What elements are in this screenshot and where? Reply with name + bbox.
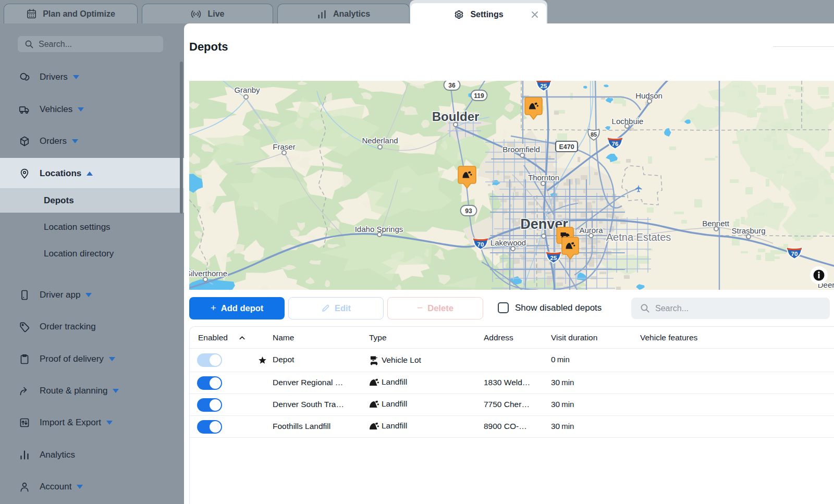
svg-text:119: 119 bbox=[474, 92, 484, 100]
svg-text:Strasburg: Strasburg bbox=[731, 226, 765, 235]
svg-text:36: 36 bbox=[448, 82, 456, 89]
svg-text:Broomfield: Broomfield bbox=[502, 145, 540, 154]
svg-text:Lakewood: Lakewood bbox=[490, 238, 526, 247]
svg-text:70: 70 bbox=[477, 241, 484, 248]
svg-text:85: 85 bbox=[591, 131, 597, 138]
svg-text:25: 25 bbox=[541, 83, 547, 89]
svg-text:Fraser: Fraser bbox=[273, 142, 295, 151]
svg-text:93: 93 bbox=[465, 207, 472, 215]
svg-text:Boulder: Boulder bbox=[432, 109, 480, 124]
svg-text:E470: E470 bbox=[559, 143, 574, 151]
svg-text:Granby: Granby bbox=[234, 85, 260, 94]
svg-text:Thornton: Thornton bbox=[528, 173, 559, 182]
svg-text:76: 76 bbox=[612, 141, 619, 147]
svg-text:Nederland: Nederland bbox=[362, 136, 398, 145]
svg-text:70: 70 bbox=[791, 251, 798, 257]
svg-text:Aetna Estates: Aetna Estates bbox=[606, 231, 671, 243]
svg-text:Silverthorne: Silverthorne bbox=[189, 269, 227, 278]
svg-text:25: 25 bbox=[550, 255, 557, 261]
